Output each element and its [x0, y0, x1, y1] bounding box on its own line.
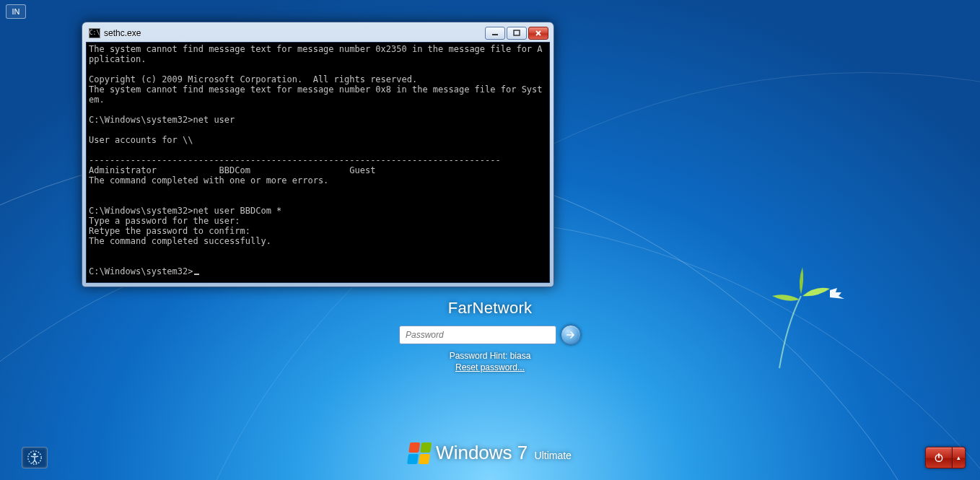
- username-label: FarNetwork: [448, 299, 533, 318]
- power-options-arrow[interactable]: ▴: [953, 447, 966, 468]
- svg-point-5: [33, 453, 36, 456]
- window-titlebar[interactable]: C:\ sethc.exe: [86, 26, 550, 42]
- windows-branding: Windows 7 Ultimate: [408, 442, 572, 464]
- password-input[interactable]: [399, 326, 556, 344]
- password-hint: Password Hint: biasa: [450, 351, 531, 361]
- language-indicator[interactable]: IN: [6, 4, 26, 19]
- shutdown-button[interactable]: [925, 447, 953, 468]
- reset-password-link[interactable]: Reset password...: [455, 362, 525, 372]
- accessibility-icon: [27, 450, 43, 466]
- decorative-plant: [736, 260, 880, 375]
- command-prompt-window: C:\ sethc.exe The system cannot find mes…: [82, 22, 554, 287]
- cmd-icon: C:\: [89, 28, 100, 38]
- terminal-output[interactable]: The system cannot find message text for …: [86, 42, 550, 283]
- submit-button[interactable]: [561, 325, 581, 345]
- window-title: sethc.exe: [104, 28, 485, 38]
- power-icon: [933, 452, 945, 463]
- login-area: FarNetwork Password Hint: biasa Reset pa…: [399, 299, 581, 372]
- close-button[interactable]: [528, 27, 548, 40]
- maximize-button[interactable]: [507, 27, 527, 40]
- windows-logo-icon: [407, 442, 432, 464]
- svg-rect-1: [514, 30, 520, 35]
- chevron-up-icon: ▴: [957, 454, 961, 461]
- ease-of-access-button[interactable]: [22, 447, 48, 468]
- power-button-group: ▴: [925, 447, 966, 468]
- minimize-button[interactable]: [485, 27, 505, 40]
- arrow-right-icon: [565, 329, 577, 341]
